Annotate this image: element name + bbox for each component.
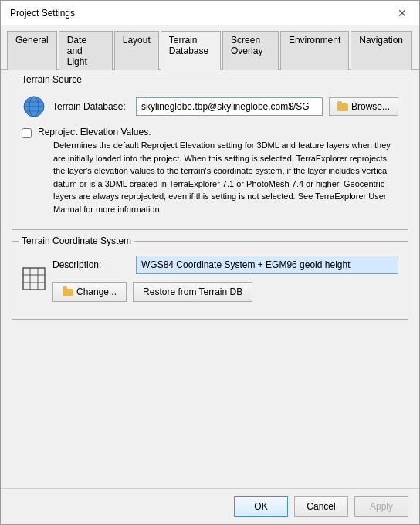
content-area: Terrain Source Terrain Database: [1, 70, 419, 488]
tabs-bar: General Date and Light Layout Terrain Da… [1, 25, 419, 70]
tab-environment[interactable]: Environment [280, 31, 349, 70]
coordinate-buttons: Change... Restore from Terrain DB [52, 282, 398, 302]
browse-label: Browse... [351, 101, 390, 112]
tab-date-light[interactable]: Date and Light [59, 31, 113, 70]
close-button[interactable]: ✕ [395, 5, 410, 21]
terrain-coordinate-group: Terrain Coordinate System Description: [12, 241, 408, 320]
terrain-coordinate-title: Terrain Coordinate System [19, 235, 134, 246]
project-settings-dialog: Project Settings ✕ General Date and Ligh… [0, 0, 420, 525]
terrain-source-group: Terrain Source Terrain Database: [12, 80, 408, 230]
tab-layout[interactable]: Layout [114, 31, 159, 70]
restore-label: Restore from Terrain DB [143, 286, 242, 297]
terrain-db-input[interactable] [136, 97, 323, 116]
browse-button[interactable]: Browse... [329, 97, 398, 116]
globe-icon [22, 94, 46, 119]
ok-button[interactable]: OK [234, 496, 288, 517]
reproject-description: Determines the default Reproject Elevati… [53, 139, 398, 215]
reproject-row: Reproject Elevation Values. Determines t… [22, 127, 398, 215]
restore-button[interactable]: Restore from Terrain DB [133, 282, 252, 302]
coordinate-icon-row: Description: Change... Restore from Terr… [22, 256, 398, 302]
change-button[interactable]: Change... [52, 282, 127, 302]
reproject-label: Reproject Elevation Values. [38, 127, 398, 137]
folder-icon [337, 103, 348, 111]
tab-screen-overlay[interactable]: Screen Overlay [222, 31, 279, 70]
reproject-checkbox[interactable] [22, 128, 32, 138]
change-folder-icon [63, 289, 73, 296]
terrain-db-label: Terrain Database: [52, 101, 130, 112]
description-label: Description: [52, 259, 130, 270]
title-bar: Project Settings ✕ [1, 1, 419, 25]
terrain-db-row: Terrain Database: Browse... [22, 94, 398, 119]
footer: OK Cancel Apply [1, 488, 419, 524]
cancel-button[interactable]: Cancel [294, 496, 348, 517]
tab-general[interactable]: General [7, 31, 57, 70]
description-row: Description: [52, 256, 398, 274]
description-input[interactable] [136, 256, 398, 274]
tab-navigation[interactable]: Navigation [351, 31, 412, 70]
change-label: Change... [76, 286, 117, 297]
svg-rect-5 [23, 268, 45, 290]
tab-terrain-database[interactable]: Terrain Database [161, 31, 221, 70]
terrain-source-title: Terrain Source [19, 74, 85, 85]
apply-button[interactable]: Apply [354, 496, 408, 517]
grid-icon [22, 266, 46, 291]
dialog-title: Project Settings [10, 8, 75, 19]
